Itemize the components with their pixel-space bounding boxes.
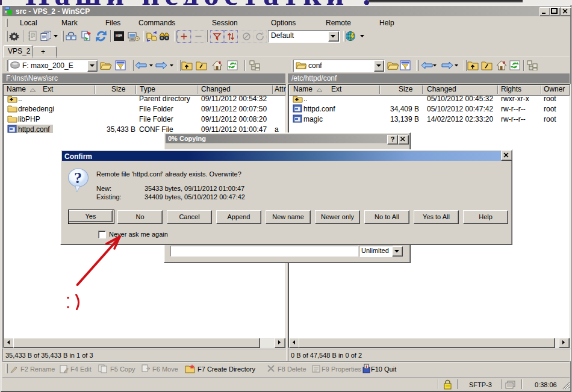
svg-text:?: ? — [74, 169, 82, 187]
